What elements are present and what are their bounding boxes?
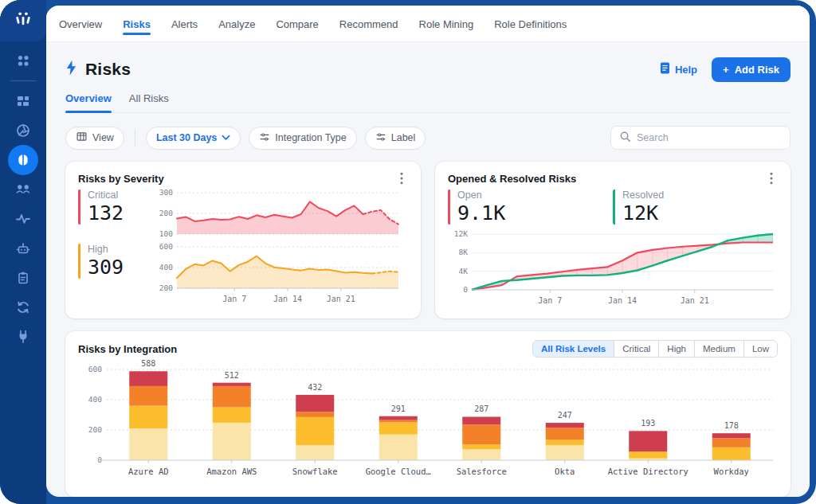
- filter-tune-icon: [259, 131, 270, 145]
- metric-value: 9.1K: [457, 202, 613, 225]
- sidebar-item-collaboration-icon[interactable]: [14, 180, 33, 199]
- page-title: Risks: [85, 60, 131, 79]
- svg-text:200: 200: [159, 209, 173, 217]
- svg-text:300: 300: [159, 189, 173, 197]
- page-header: Risks Help + Add Risk: [65, 57, 790, 82]
- svg-text:600: 600: [159, 244, 173, 251]
- svg-text:Salesforce: Salesforce: [457, 467, 507, 476]
- filter-bar: View Last 30 Days Integration Type: [65, 126, 790, 150]
- svg-text:Jan 7: Jan 7: [538, 296, 562, 305]
- logo-tile[interactable]: [0, 0, 46, 41]
- nav-item-risks[interactable]: Risks: [123, 6, 151, 41]
- svg-text:200: 200: [88, 425, 102, 434]
- app-window: Overview Risks Alerts Analyze Compare Re…: [0, 0, 816, 504]
- svg-text:Jan 14: Jan 14: [273, 295, 302, 303]
- add-risk-button[interactable]: + Add Risk: [712, 57, 790, 82]
- high-metric: High 309: [78, 244, 151, 279]
- svg-text:Jan 21: Jan 21: [681, 296, 709, 305]
- metric-value: 12K: [622, 202, 778, 225]
- segment-low[interactable]: Low: [743, 341, 777, 357]
- top-navigation: Overview Risks Alerts Analyze Compare Re…: [46, 6, 810, 42]
- nav-item-role-definitions[interactable]: Role Definitions: [494, 6, 567, 41]
- sidebar-item-robot-icon[interactable]: [14, 239, 33, 258]
- table-view-icon: [76, 131, 88, 145]
- svg-text:178: 178: [724, 421, 739, 430]
- svg-text:Snowflake: Snowflake: [292, 467, 338, 476]
- sidebar-item-brain-icon[interactable]: [8, 145, 38, 175]
- search-input[interactable]: [637, 132, 782, 143]
- segment-critical[interactable]: Critical: [614, 341, 658, 357]
- sidebar-item-apps-icon[interactable]: [14, 51, 33, 70]
- plus-icon: +: [723, 64, 729, 76]
- svg-text:Active Directory: Active Directory: [608, 467, 688, 476]
- brand-logo-icon: [12, 8, 34, 33]
- metric-label: High: [88, 244, 151, 255]
- svg-text:400: 400: [88, 395, 102, 404]
- svg-text:Azure AD: Azure AD: [128, 467, 169, 476]
- nav-item-alerts[interactable]: Alerts: [171, 6, 198, 41]
- critical-sparkline-chart: 300200100: [151, 189, 402, 237]
- bolt-icon: [65, 60, 77, 79]
- svg-text:12K: 12K: [454, 229, 468, 238]
- svg-text:Jan 7: Jan 7: [222, 295, 246, 303]
- date-range-dropdown[interactable]: Last 30 Days: [146, 127, 241, 150]
- tab-overview[interactable]: Overview: [65, 92, 112, 112]
- nav-item-role-mining[interactable]: Role Mining: [419, 6, 474, 41]
- segment-medium[interactable]: Medium: [694, 341, 743, 357]
- risk-level-segmented-control: All Risk Levels Critical High Medium Low: [532, 340, 778, 357]
- view-button[interactable]: View: [65, 127, 124, 150]
- svg-text:600: 600: [88, 365, 102, 373]
- metric-label: Critical: [88, 189, 151, 201]
- metric-label: Open: [457, 189, 613, 201]
- svg-text:Amazon AWS: Amazon AWS: [206, 467, 257, 476]
- tab-all-risks[interactable]: All Risks: [129, 92, 169, 112]
- app-surface: Overview Risks Alerts Analyze Compare Re…: [46, 6, 810, 497]
- chevron-down-icon: [222, 132, 230, 143]
- risks-by-severity-card: Risks by Severity Critical 132 300200100: [65, 162, 421, 318]
- sidebar-item-plug-icon[interactable]: [14, 327, 33, 346]
- svg-text:400: 400: [159, 263, 173, 272]
- nav-item-compare[interactable]: Compare: [276, 6, 318, 41]
- svg-text:200: 200: [159, 283, 173, 292]
- sidebar-item-sync-icon[interactable]: [14, 298, 33, 317]
- sidebar-item-dashboard-icon[interactable]: [14, 92, 33, 111]
- svg-text:588: 588: [141, 360, 155, 368]
- kebab-menu-icon[interactable]: [395, 172, 408, 185]
- svg-text:8K: 8K: [459, 248, 469, 256]
- nav-item-recommend[interactable]: Recommend: [339, 6, 398, 41]
- sidebar-item-clipboard-icon[interactable]: [14, 268, 33, 287]
- sidebar-item-activity-icon[interactable]: [14, 209, 33, 229]
- risks-by-integration-bar-chart: 6004002000588Azure AD512Amazon AWS432Sno…: [78, 360, 778, 487]
- help-button[interactable]: Help: [660, 62, 697, 76]
- svg-text:193: 193: [641, 419, 655, 428]
- nav-item-overview[interactable]: Overview: [59, 6, 102, 41]
- svg-text:4K: 4K: [459, 266, 469, 275]
- opened-resolved-risks-card: Opened & Resolved Risks Open 9.1K Resolv…: [435, 162, 790, 318]
- search-icon: [619, 131, 631, 146]
- filter-divider: [135, 129, 135, 147]
- segment-high[interactable]: High: [658, 341, 694, 357]
- kebab-menu-icon[interactable]: [765, 172, 778, 185]
- critical-metric: Critical 132: [78, 189, 151, 225]
- nav-item-analyze[interactable]: Analyze: [218, 6, 255, 41]
- help-book-icon: [660, 62, 670, 76]
- risks-by-integration-card: Risks by Integration All Risk Levels Cri…: [65, 331, 790, 497]
- search-box: [610, 126, 790, 150]
- filter-tune-icon: [375, 131, 386, 145]
- metric-value: 309: [88, 256, 151, 279]
- svg-text:287: 287: [474, 404, 488, 413]
- open-metric: Open 9.1K: [448, 189, 613, 225]
- high-sparkline-chart: 600400200Jan 7Jan 14Jan 21: [151, 244, 402, 309]
- segment-all-risk-levels[interactable]: All Risk Levels: [533, 341, 614, 357]
- svg-text:291: 291: [391, 404, 406, 413]
- svg-text:Jan 14: Jan 14: [608, 296, 637, 305]
- integration-type-filter[interactable]: Integration Type: [249, 127, 356, 150]
- metric-value: 132: [88, 202, 151, 225]
- svg-text:Okta: Okta: [555, 467, 575, 476]
- svg-text:512: 512: [225, 371, 239, 380]
- label-filter[interactable]: Label: [365, 127, 426, 150]
- metric-label: Resolved: [622, 189, 778, 201]
- sidebar-item-aperture-icon[interactable]: [14, 121, 33, 140]
- svg-text:0: 0: [463, 285, 468, 294]
- opened-resolved-line-chart: 12K8K4K0Jan 7Jan 14Jan 21: [448, 229, 778, 309]
